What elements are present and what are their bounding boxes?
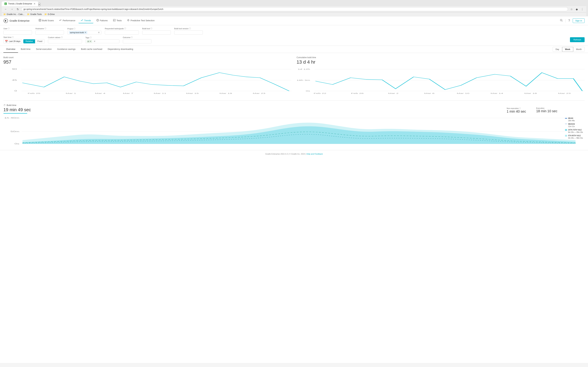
legend-mean-swatch (565, 118, 567, 118)
ci-tag-remove[interactable]: ✕ (90, 40, 91, 42)
x-label-mar23b: Mar 23 (558, 92, 571, 94)
failures-icon (96, 19, 99, 22)
nav-performance[interactable]: Performance (57, 18, 78, 23)
x-label-feb25: Feb 25 (28, 92, 40, 94)
build-count-title: Build count (3, 56, 291, 59)
relative-fixed-toggle: Relative Fixed (23, 39, 45, 43)
non-execution-label: Non execution ⓘ (507, 107, 526, 109)
tab-overview[interactable]: Overview (3, 46, 18, 53)
hostname-label: Hostname ⓘ (35, 27, 64, 30)
x-label-feb26: Feb 26 (351, 92, 364, 94)
trends-icon (81, 19, 83, 22)
logo-text: Gradle Enterprise (9, 19, 30, 22)
area-chart-wrapper: 1h 40m 50m 0s (3, 116, 585, 147)
bookmark-gradle-cal[interactable]: 📁 Gradle Inc. - Cale... (3, 13, 24, 16)
start-time-filter: Start time ⓘ 📅 Last 28 days Relative Fix… (3, 36, 45, 43)
user-help-icon: ⓘ (8, 27, 10, 30)
project-tag-remove[interactable]: ✕ (84, 31, 86, 34)
outcome-filter: Outcome ⓘ (123, 36, 151, 43)
performance-icon (59, 19, 62, 22)
x-label-mar1: Mar 1 (66, 92, 76, 94)
time-toggle: Day Week Month (553, 47, 585, 52)
build-time-indicator (3, 113, 27, 114)
browser-chrome: G Trends | Gradle Enterprise ✕ + ← → ↻ ☆… (0, 0, 588, 16)
back-button[interactable]: ← (3, 7, 8, 11)
build-count-section: Build count 957 90 45 0 (3, 56, 291, 95)
y-label-0s-area: 0s (15, 143, 19, 145)
nav-tests[interactable]: Tests (111, 18, 124, 23)
build-tool-version-input[interactable] (174, 30, 203, 34)
custom-values-input[interactable] (48, 39, 82, 43)
extensions-button[interactable]: ◆ (575, 7, 579, 11)
legend-p5p95-text: 5TH-95TH %ILE 3m 24s — 58m 31s (568, 134, 583, 139)
legend-p25p75-swatch (565, 129, 567, 131)
bookmark-gradle-tools[interactable]: 📁 Gradle Tools (27, 13, 42, 16)
browser-tabs: G Trends | Gradle Enterprise ✕ + (2, 1, 586, 6)
tab-favicon: G (4, 3, 7, 5)
forward-button[interactable]: → (9, 7, 14, 11)
hostname-input[interactable] (35, 30, 64, 34)
app: Gradle Enterprise Build Scans Performanc… (0, 16, 588, 363)
svg-point-3 (5, 20, 6, 21)
filters-panel: User ⓘ Hostname ⓘ Project ⓘ (0, 25, 588, 46)
menu-button[interactable]: ⋮ (580, 7, 585, 11)
project-tag-input[interactable]: spring-boot-build ✕ ✕ (67, 31, 101, 34)
tab-build-cache-overhead[interactable]: Build cache overhead (78, 46, 105, 53)
nav-trends[interactable]: Trends (78, 18, 93, 23)
tab-close-button[interactable]: ✕ (34, 2, 35, 5)
help-feedback-link[interactable]: Help and Feedback (307, 153, 323, 155)
build-tool-input[interactable] (142, 30, 171, 34)
star-button[interactable]: ☆ (569, 7, 574, 11)
legend-median: MEDIAN 11m 11s (565, 123, 583, 128)
project-label: Project ⓘ (67, 27, 101, 30)
x-label-mar23: Mar 23 (253, 92, 265, 94)
y-label-0: 0 (15, 90, 17, 92)
app-logo[interactable]: Gradle Enterprise (3, 18, 30, 23)
nav-predictive[interactable]: Predictive Test Selection (125, 18, 157, 23)
build-tool-version-label: Build tool version ⓘ (174, 27, 203, 30)
nav-build-scans[interactable]: Build Scans (36, 18, 56, 23)
bookmark-gdrive[interactable]: 📁 G-Drive (44, 13, 55, 16)
help-button[interactable]: ? (568, 18, 571, 23)
build-time-values-row: 19 min 49 sec Non execution ⓘ 1 min 40 s… (3, 107, 585, 116)
tab-serial-execution[interactable]: Serial execution (33, 46, 54, 53)
sign-in-button[interactable]: Sign in (573, 18, 585, 23)
fixed-button[interactable]: Fixed (35, 39, 44, 43)
relative-button[interactable]: Relative (23, 39, 35, 43)
nav-failures[interactable]: Failures (94, 18, 110, 23)
main-content: Build count 957 90 45 0 (0, 53, 588, 150)
nav-right: ? Sign in (559, 18, 585, 23)
url-bar[interactable] (21, 7, 568, 11)
requested-tasks-input[interactable] (105, 30, 139, 34)
date-range-picker[interactable]: 📅 Last 28 days (3, 39, 22, 43)
bookmark-folder-icon-2: 📁 (27, 13, 30, 16)
tab-avoidance-savings[interactable]: Avoidance savings (54, 46, 78, 53)
reload-button[interactable]: ↻ (16, 7, 20, 11)
project-clear-icon[interactable]: ✕ (98, 31, 100, 34)
week-button[interactable]: Week (562, 47, 573, 52)
tasks-help-icon: ⓘ (124, 27, 126, 30)
bookmark-folder-icon: 📁 (3, 13, 6, 16)
legend-median-text: MEDIAN 11m 11s (568, 123, 575, 128)
search-button[interactable] (559, 18, 563, 23)
month-button[interactable]: Month (573, 47, 585, 52)
x-label-mar11: Mar 11 (154, 92, 166, 94)
svg-point-17 (560, 19, 562, 21)
tags-input[interactable]: ci ✕ ✕ (85, 40, 119, 43)
calendar-icon: 📅 (5, 40, 8, 43)
refresh-button[interactable]: Refresh (570, 37, 585, 42)
user-label: User ⓘ (3, 27, 32, 30)
tags-clear-icon[interactable]: ✕ (93, 40, 96, 43)
outcome-input[interactable] (123, 39, 151, 43)
outcome-help-icon: ⓘ (131, 36, 133, 39)
active-tab[interactable]: G Trends | Gradle Enterprise ✕ (2, 1, 38, 6)
user-input[interactable] (3, 30, 32, 34)
tab-dependency-downloading[interactable]: Dependency downloading (105, 46, 136, 53)
x-label-feb22: Feb 22 (314, 92, 326, 94)
day-button[interactable]: Day (553, 47, 562, 52)
execution-label: Execution (536, 107, 557, 109)
tab-build-time[interactable]: Build time (18, 46, 33, 53)
new-tab-button[interactable]: + (38, 3, 40, 6)
requested-tasks-label: Requested tasks/goals ⓘ (105, 27, 139, 30)
non-execution-group: Non execution ⓘ 1 min 40 sec (507, 107, 526, 113)
